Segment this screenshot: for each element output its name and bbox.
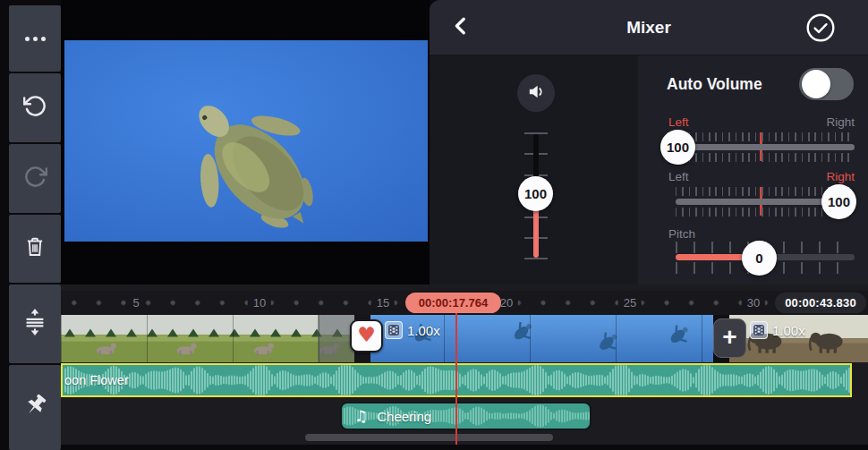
delete-button[interactable] <box>9 215 61 283</box>
video-track: ♥ 1.00x + 1.00x <box>61 315 868 362</box>
clip-speed-overlay: 1.00x <box>750 321 805 339</box>
film-strip-icon <box>385 321 403 339</box>
audio-clip-label: oon Flower <box>64 373 129 387</box>
video-preview-area <box>61 0 430 284</box>
mixer-body: 100 Auto Volume Left Right 100 Left Righ… <box>430 55 868 284</box>
panel-title: Mixer <box>430 0 868 55</box>
ruler-number: 15 <box>371 294 395 311</box>
more-options-button[interactable] <box>9 5 61 72</box>
balance1-right-label: Right <box>826 115 855 129</box>
timeline-scrollbar[interactable] <box>305 434 553 441</box>
auto-volume-label: Auto Volume <box>667 75 762 94</box>
plus-icon: + <box>722 325 736 350</box>
balance2-thumb[interactable]: 100 <box>821 184 856 219</box>
add-clip-button[interactable]: + <box>713 318 746 358</box>
volume-section: 100 <box>430 55 638 284</box>
music-note-icon: ♫ <box>354 407 368 425</box>
balance1-left-label: Left <box>668 115 689 129</box>
pitch-thumb[interactable]: 0 <box>742 241 777 276</box>
mixer-panel: Mixer <box>430 0 868 284</box>
chevron-left-icon <box>451 13 471 42</box>
pin-icon <box>21 392 49 424</box>
back-button[interactable] <box>446 13 476 42</box>
film-strip-icon <box>750 321 768 339</box>
pin-button[interactable] <box>9 365 61 450</box>
video-preview[interactable] <box>64 40 428 242</box>
balance2-left-label: Left <box>668 170 689 183</box>
clip-speed-overlay: 1.00x <box>385 321 440 339</box>
balance1-ticks <box>676 153 855 162</box>
controls-section: Auto Volume Left Right 100 Left Right 10… <box>638 55 868 284</box>
balance1-ticks <box>676 132 855 141</box>
playhead[interactable] <box>455 312 457 445</box>
clip-seams <box>61 315 358 362</box>
pitch-label: Pitch <box>668 227 695 241</box>
timeline-clip-wolves[interactable] <box>61 315 358 362</box>
balance1-thumb[interactable]: 100 <box>660 130 695 165</box>
volume-slider-thumb[interactable]: 100 <box>518 176 553 211</box>
undo-icon <box>23 94 47 122</box>
toolbar-sidebar <box>0 0 61 450</box>
mute-button[interactable] <box>517 74 555 112</box>
track-height-button[interactable] <box>9 284 61 363</box>
balance2-right-label: Right <box>826 170 855 183</box>
ruler-number: 30 <box>742 294 765 311</box>
check-circle-icon <box>805 30 836 46</box>
balance1-track[interactable] <box>676 144 855 150</box>
speed-label: 1.00x <box>407 323 440 338</box>
transition-button[interactable]: ♥ <box>350 319 383 352</box>
total-duration-badge: 00:00:43.830 <box>775 293 866 313</box>
undo-button[interactable] <box>9 73 61 142</box>
trash-icon <box>23 235 47 262</box>
track-height-icon <box>21 308 48 340</box>
redo-button[interactable] <box>9 144 61 213</box>
heart-icon: ♥ <box>357 325 376 345</box>
app-root: 5 10 15 20 25 30 00:00:43.830 00:00:17.7… <box>0 0 868 450</box>
confirm-button[interactable] <box>805 13 836 43</box>
ruler-number: 10 <box>248 294 271 311</box>
ruler-number: 5 <box>127 294 144 311</box>
redo-icon <box>23 165 47 192</box>
speed-label: 1.00x <box>772 323 805 338</box>
ruler-number: 25 <box>618 294 642 311</box>
mixer-header: Mixer <box>430 0 868 55</box>
audio-clip-label: Cheering <box>377 409 431 424</box>
audio-clip-sfx[interactable]: ♫ Cheering <box>340 402 591 430</box>
auto-volume-toggle[interactable] <box>799 68 854 100</box>
speaker-icon <box>526 81 547 106</box>
current-time-badge: 00:00:17.764 <box>405 293 501 313</box>
ellipsis-icon <box>25 37 46 41</box>
toggle-knob <box>802 70 830 98</box>
